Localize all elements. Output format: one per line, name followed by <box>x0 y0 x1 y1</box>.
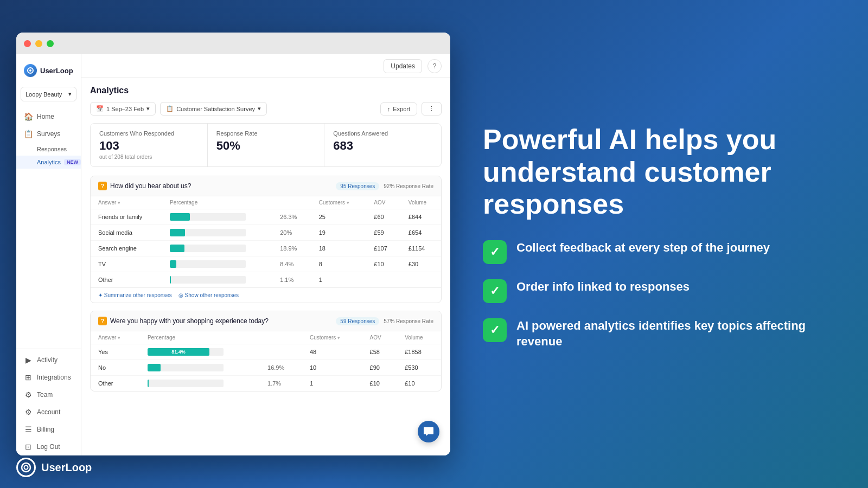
close-button[interactable] <box>24 40 31 47</box>
svg-point-3 <box>24 466 28 470</box>
col-volume: Volume <box>401 196 441 209</box>
marketing-side: Powerful AI helps you understand custome… <box>450 102 868 387</box>
q2-table: Answer ▾ Percentage Customers ▾ AOV Volu… <box>91 331 441 391</box>
analytics-area[interactable]: Analytics 📅 1 Sep–23 Feb ▾ 📋 Customer <box>81 78 450 455</box>
col2-aov: AOV <box>362 331 398 344</box>
table-row: Other 1.7% 1 £10 £10 <box>91 376 441 391</box>
table-row: Yes 81.4% 48 £58 £1858 <box>91 344 441 360</box>
col2-customers: Customers ▾ <box>302 331 362 344</box>
sort-icon3: ▾ <box>118 335 120 341</box>
table-row: TV 8.4% 8 £10 £30 <box>91 256 441 272</box>
analytics-title: Analytics <box>90 86 442 95</box>
survey-filter-button[interactable]: 📋 Customer Satisfaction Survey ▾ <box>160 102 267 115</box>
sidebar-item-integrations[interactable]: ⊞ Integrations <box>16 369 81 386</box>
q1-table: Answer ▾ Percentage Customers ▾ AOV Volu… <box>91 196 441 287</box>
question-2-header: ? Were you happy with your shopping expe… <box>91 311 441 331</box>
help-button[interactable]: ? <box>427 59 442 73</box>
table-row: No 16.9% 10 £90 £530 <box>91 360 441 376</box>
question-block-1: ? How did you hear about us? 95 Response… <box>90 176 442 303</box>
stat-customers: Customers Who Responded 103 out of 208 t… <box>91 124 208 166</box>
stat-questions-label: Questions Answered <box>333 130 432 137</box>
sidebar-item-account[interactable]: ⚙ Account <box>16 403 81 421</box>
sidebar-item-responses[interactable]: Responses <box>16 143 81 156</box>
home-icon: 🏠 <box>24 112 33 121</box>
filter-right: ↑ Export ⋮ <box>380 102 442 115</box>
svg-point-1 <box>29 69 31 72</box>
table-row: Search engine 18.9% 18 £107 £1154 <box>91 241 441 256</box>
activity-icon: ▶ <box>24 356 33 364</box>
check-icon-2: ✓ <box>483 279 507 303</box>
stat-response-value: 50% <box>216 139 316 153</box>
table-row: Social media 20% 19 £59 £654 <box>91 225 441 241</box>
chat-button[interactable] <box>418 421 439 442</box>
table-row: Other 1.1% 1 <box>91 272 441 288</box>
stat-response-label: Response Rate <box>216 130 316 137</box>
question-1-meta: 95 Responses 92% Response Rate <box>336 182 433 190</box>
show-other-link[interactable]: ◎ Show other responses <box>178 292 239 298</box>
col-bar <box>272 196 311 209</box>
bottom-logo-icon <box>16 458 36 477</box>
sidebar-item-team[interactable]: ⚙ Team <box>16 386 81 403</box>
survey-icon: 📋 <box>166 105 174 112</box>
sidebar-item-logout[interactable]: ⊡ Log Out <box>16 438 81 455</box>
date-filter-button[interactable]: 📅 1 Sep–23 Feb ▾ <box>90 102 156 115</box>
team-icon: ⚙ <box>24 390 33 399</box>
sidebar-item-activity[interactable]: ▶ Activity <box>16 351 81 369</box>
stat-questions: Questions Answered 683 <box>324 124 441 166</box>
chevron-icon: ▾ <box>146 105 150 112</box>
sidebar-item-surveys[interactable]: 📋 Surveys <box>16 125 81 143</box>
question-2-text: ? Were you happy with your shopping expe… <box>98 317 269 325</box>
stat-response-rate: Response Rate 50% <box>208 124 325 166</box>
account-icon: ⚙ <box>24 408 33 416</box>
feature-1: ✓ Collect feedback at every step of the … <box>483 240 835 264</box>
logo-text: UserLoop <box>40 67 73 75</box>
export-icon: ↑ <box>387 106 391 112</box>
nav-section: 🏠 Home 📋 Surveys Responses Analytics NEW <box>16 108 81 349</box>
stat-customers-sub: out of 208 total orders <box>99 154 199 160</box>
summarize-link[interactable]: ✦ Summarize other responses <box>98 292 172 298</box>
filter-left: 📅 1 Sep–23 Feb ▾ 📋 Customer Satisfaction… <box>90 102 267 115</box>
q2-response-rate: 57% Response Rate <box>384 318 433 324</box>
q1-actions: ✦ Summarize other responses ◎ Show other… <box>91 287 441 303</box>
chevron-icon2: ▾ <box>258 105 261 112</box>
more-options-button[interactable]: ⋮ <box>422 102 442 115</box>
question-1-header: ? How did you hear about us? 95 Response… <box>91 176 441 196</box>
col2-answer: Answer ▾ <box>91 331 140 344</box>
sidebar: UserLoop Loopy Beauty ▾ 🏠 Home 📋 Surveys <box>16 54 81 455</box>
feature-2-text: Order info linked to responses <box>516 279 690 295</box>
stat-questions-value: 683 <box>333 139 432 153</box>
app-window: UserLoop Loopy Beauty ▾ 🏠 Home 📋 Surveys <box>16 33 450 455</box>
feature-2: ✓ Order info linked to responses <box>483 279 835 303</box>
q1-icon: ? <box>98 182 107 190</box>
surveys-icon: 📋 <box>24 130 33 138</box>
logo-icon <box>24 64 37 77</box>
check-icon-3: ✓ <box>483 318 507 342</box>
analytics-badge: NEW <box>64 159 81 165</box>
stats-row: Customers Who Responded 103 out of 208 t… <box>90 123 442 167</box>
sidebar-item-analytics[interactable]: Analytics NEW <box>16 156 81 169</box>
updates-button[interactable]: Updates <box>384 59 422 73</box>
sidebar-bottom: ▶ Activity ⊞ Integrations ⚙ Team ⚙ Accou… <box>16 349 81 455</box>
workspace-selector[interactable]: Loopy Beauty ▾ <box>21 87 76 101</box>
minimize-button[interactable] <box>35 40 42 47</box>
table-row: Friends or family 26.3% 25 £60 £644 <box>91 209 441 225</box>
col2-volume: Volume <box>397 331 441 344</box>
top-bar: Updates ? <box>81 54 450 78</box>
col-percentage: Percentage <box>162 196 272 209</box>
main-content: Updates ? Analytics 📅 1 Sep–23 Feb ▾ <box>81 54 450 455</box>
billing-icon: ☰ <box>24 425 33 434</box>
sidebar-item-billing[interactable]: ☰ Billing <box>16 421 81 438</box>
calendar-icon: 📅 <box>96 105 104 112</box>
sidebar-item-home[interactable]: 🏠 Home <box>16 108 81 125</box>
q2-response-count: 59 Responses <box>336 317 379 325</box>
feature-3: ✓ AI powered analytics identifies key to… <box>483 318 835 349</box>
filters-bar: 📅 1 Sep–23 Feb ▾ 📋 Customer Satisfaction… <box>90 102 442 115</box>
bottom-logo: UserLoop <box>16 458 92 477</box>
maximize-button[interactable] <box>47 40 54 47</box>
col2-bar <box>260 331 302 344</box>
app-body: UserLoop Loopy Beauty ▾ 🏠 Home 📋 Surveys <box>16 54 450 455</box>
stat-customers-value: 103 <box>99 139 199 153</box>
q1-response-count: 95 Responses <box>336 182 379 190</box>
export-button[interactable]: ↑ Export <box>380 102 417 115</box>
question-block-2: ? Were you happy with your shopping expe… <box>90 311 442 391</box>
